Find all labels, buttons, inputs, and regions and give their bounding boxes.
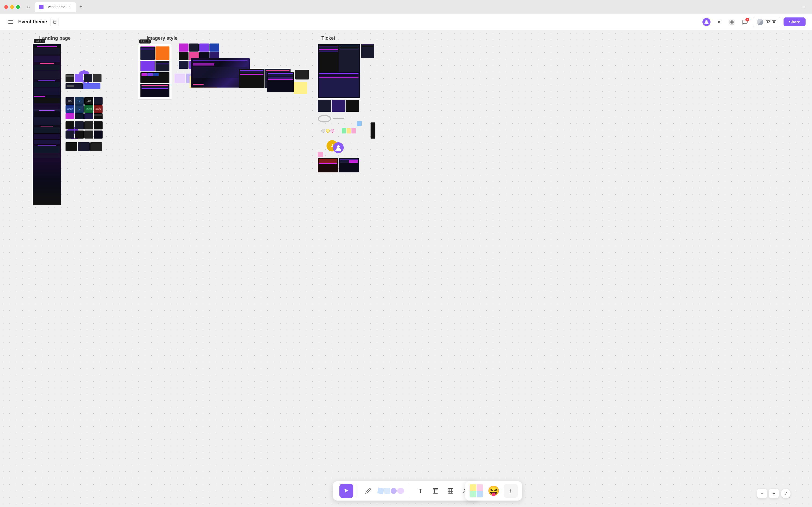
- product-ring: [317, 115, 344, 122]
- imagery-style-frame[interactable]: Init 1.0: [138, 44, 172, 100]
- title-bar: ⌂ Event theme ✕ + ···: [0, 0, 812, 14]
- dark-ui-screenshot: [267, 72, 294, 92]
- timer-avatar: [757, 19, 763, 25]
- svg-rect-12: [433, 489, 438, 493]
- emoji-laughing[interactable]: 😝: [486, 484, 501, 498]
- timer-text: 03:00: [765, 19, 776, 24]
- tab-title: Event theme: [46, 5, 65, 9]
- home-button[interactable]: ⌂: [24, 3, 33, 11]
- select-button[interactable]: [339, 484, 353, 498]
- product-dark-row: [317, 158, 359, 172]
- new-tab-button[interactable]: +: [77, 3, 84, 11]
- imagery-init-badge: Init 1.0: [139, 40, 151, 44]
- bottom-toolbar: T: [333, 481, 479, 501]
- zoom-in-button[interactable]: +: [769, 489, 779, 498]
- svg-point-11: [337, 145, 340, 148]
- product-thumbnails: [317, 123, 359, 138]
- active-tab[interactable]: Event theme ✕: [35, 2, 76, 12]
- user-cursor-portrait: [333, 142, 344, 153]
- svg-rect-2: [8, 23, 13, 23]
- avatar-group: [702, 17, 711, 26]
- more-actions-button[interactable]: ···: [799, 3, 808, 11]
- pen-button[interactable]: [361, 484, 375, 498]
- tab-icon: [39, 5, 44, 9]
- landing-page-frame[interactable]: Init 1.0: [33, 44, 61, 203]
- sticker-preview[interactable]: [469, 484, 483, 498]
- frames-button[interactable]: [727, 17, 737, 27]
- svg-rect-3: [54, 21, 56, 23]
- sticker-add-button[interactable]: +: [504, 484, 518, 498]
- minimize-button[interactable]: [10, 5, 14, 9]
- ticket-frame[interactable]: Init 1.0: [317, 44, 360, 98]
- toolbar-left: Event theme: [6, 18, 59, 26]
- toolbar-menu-button[interactable]: [6, 18, 15, 26]
- right-edge-item: [370, 122, 375, 138]
- ai-button[interactable]: [714, 17, 724, 27]
- svg-rect-1: [8, 22, 13, 22]
- svg-rect-8: [732, 22, 734, 24]
- landing-page-init-badge: Init 1.0: [34, 39, 45, 43]
- svg-rect-7: [730, 22, 732, 24]
- thumbnail-grid-1: [65, 74, 102, 82]
- draw-tools-group: [359, 484, 409, 498]
- ticket-grid: [317, 100, 359, 112]
- text-logo-grid: STAY N LINE LIGHT N CIRCUIT LABOX: [65, 97, 103, 119]
- pink-square: [317, 152, 323, 157]
- toolbar-title: Event theme: [18, 19, 47, 25]
- svg-rect-5: [730, 20, 732, 22]
- help-button[interactable]: ?: [781, 489, 791, 498]
- dark-element-1: [295, 70, 309, 79]
- imagery-style-label: Imagery style: [147, 36, 177, 41]
- thumbnail-grid-3: [65, 121, 103, 129]
- close-button[interactable]: [4, 5, 8, 9]
- toolbar: Event theme: [0, 14, 812, 30]
- text-button[interactable]: T: [413, 484, 427, 498]
- toolbar-copy-button[interactable]: [50, 18, 59, 26]
- zoom-controls: − + ?: [757, 489, 791, 498]
- zoom-out-button[interactable]: −: [757, 489, 767, 498]
- ticket-thumb-1: [361, 44, 374, 58]
- yellow-stickies-right: [294, 81, 307, 94]
- timer-button[interactable]: 03:00: [753, 17, 780, 27]
- share-button[interactable]: Share: [784, 17, 806, 26]
- svg-point-4: [705, 20, 707, 22]
- toolbar-right: 1 03:00 Share: [702, 17, 806, 27]
- comments-badge: 1: [745, 18, 749, 21]
- sticker-panel: 😝 +: [465, 481, 522, 501]
- maximize-button[interactable]: [16, 5, 20, 9]
- svg-rect-13: [448, 489, 453, 493]
- title-bar-actions: ···: [799, 3, 808, 11]
- svg-rect-0: [8, 20, 13, 21]
- traffic-lights: [4, 5, 20, 9]
- select-tools-group: [337, 484, 357, 498]
- ticket-label: Ticket: [322, 36, 335, 41]
- thumbnail-grid-2: [65, 83, 101, 89]
- tab-close-button[interactable]: ✕: [67, 5, 72, 9]
- svg-rect-6: [732, 20, 734, 22]
- thumbnail-grid-4: [65, 130, 103, 138]
- table-button[interactable]: [444, 484, 458, 498]
- canvas: Landing page Init 1.0: [0, 30, 812, 507]
- thumbnail-grid-5: [65, 142, 102, 151]
- comments-button[interactable]: 1: [740, 17, 750, 27]
- landing-page-content: [33, 46, 61, 205]
- shapes-button[interactable]: [376, 484, 406, 498]
- avatar-user1[interactable]: [702, 17, 711, 26]
- frame-button[interactable]: [428, 484, 443, 498]
